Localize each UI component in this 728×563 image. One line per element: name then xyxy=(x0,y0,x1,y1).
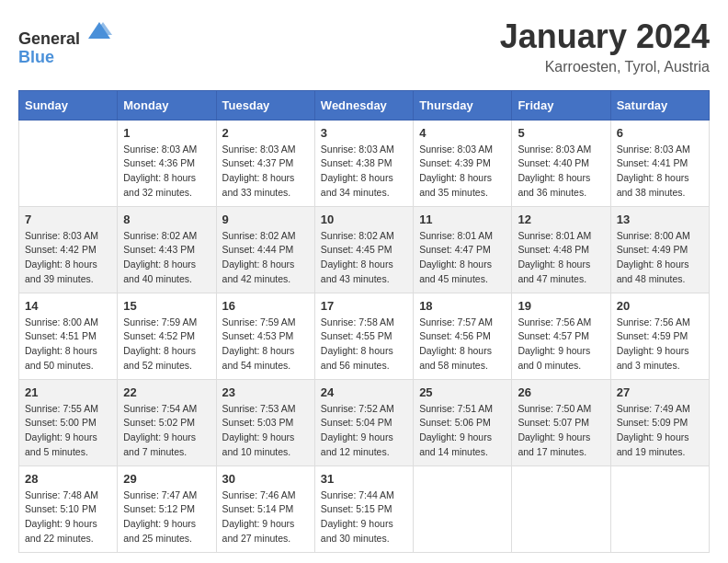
day-number: 29 xyxy=(123,472,210,486)
day-number: 13 xyxy=(617,213,703,226)
day-info: Sunrise: 7:54 AM Sunset: 5:02 PM Dayligh… xyxy=(123,402,210,460)
day-info: Sunrise: 8:03 AM Sunset: 4:37 PM Dayligh… xyxy=(222,143,309,201)
subtitle: Karroesten, Tyrol, Austria xyxy=(500,59,710,75)
day-info: Sunrise: 8:03 AM Sunset: 4:42 PM Dayligh… xyxy=(25,229,111,287)
day-cell: 13Sunrise: 8:00 AM Sunset: 4:49 PM Dayli… xyxy=(610,206,709,293)
day-info: Sunrise: 7:49 AM Sunset: 5:09 PM Dayligh… xyxy=(617,402,703,460)
day-cell: 8Sunrise: 8:02 AM Sunset: 4:43 PM Daylig… xyxy=(118,206,216,293)
day-cell: 9Sunrise: 8:02 AM Sunset: 4:44 PM Daylig… xyxy=(216,206,314,293)
week-row-3: 14Sunrise: 8:00 AM Sunset: 4:51 PM Dayli… xyxy=(19,293,710,379)
day-info: Sunrise: 8:01 AM Sunset: 4:48 PM Dayligh… xyxy=(518,229,604,287)
day-number: 7 xyxy=(25,213,111,226)
day-info: Sunrise: 7:59 AM Sunset: 4:53 PM Dayligh… xyxy=(222,316,309,373)
day-number: 18 xyxy=(419,299,506,313)
day-number: 25 xyxy=(419,385,506,399)
day-cell: 1Sunrise: 8:03 AM Sunset: 4:36 PM Daylig… xyxy=(118,120,216,206)
day-cell: 3Sunrise: 8:03 AM Sunset: 4:38 PM Daylig… xyxy=(314,120,413,206)
day-number: 20 xyxy=(617,299,703,313)
header-cell-saturday: Saturday xyxy=(610,90,709,120)
day-cell: 17Sunrise: 7:58 AM Sunset: 4:55 PM Dayli… xyxy=(314,293,413,379)
day-info: Sunrise: 8:00 AM Sunset: 4:51 PM Dayligh… xyxy=(25,316,111,373)
day-number: 16 xyxy=(222,299,309,313)
day-number: 26 xyxy=(518,385,604,399)
day-number: 21 xyxy=(25,385,111,399)
day-info: Sunrise: 7:44 AM Sunset: 5:15 PM Dayligh… xyxy=(321,488,407,546)
day-cell xyxy=(414,465,512,552)
day-number: 11 xyxy=(419,213,506,226)
day-info: Sunrise: 7:53 AM Sunset: 5:03 PM Dayligh… xyxy=(222,402,309,460)
day-cell: 29Sunrise: 7:47 AM Sunset: 5:12 PM Dayli… xyxy=(118,465,216,552)
day-number: 22 xyxy=(123,385,210,399)
day-cell: 22Sunrise: 7:54 AM Sunset: 5:02 PM Dayli… xyxy=(118,379,216,465)
day-number: 30 xyxy=(222,472,309,486)
day-number: 27 xyxy=(617,385,703,399)
day-cell: 2Sunrise: 8:03 AM Sunset: 4:37 PM Daylig… xyxy=(216,120,314,206)
header-cell-monday: Monday xyxy=(118,90,216,120)
day-cell: 28Sunrise: 7:48 AM Sunset: 5:10 PM Dayli… xyxy=(19,465,118,552)
day-number: 6 xyxy=(617,126,703,140)
day-cell: 27Sunrise: 7:49 AM Sunset: 5:09 PM Dayli… xyxy=(610,379,709,465)
title-section: January 2024 Karroesten, Tyrol, Austria xyxy=(500,18,710,75)
day-info: Sunrise: 8:02 AM Sunset: 4:43 PM Dayligh… xyxy=(123,229,210,287)
day-cell: 15Sunrise: 7:59 AM Sunset: 4:52 PM Dayli… xyxy=(118,293,216,379)
day-cell: 7Sunrise: 8:03 AM Sunset: 4:42 PM Daylig… xyxy=(19,206,118,293)
logo-general: General xyxy=(18,18,112,49)
day-cell: 14Sunrise: 8:00 AM Sunset: 4:51 PM Dayli… xyxy=(19,293,118,379)
day-info: Sunrise: 8:02 AM Sunset: 4:44 PM Dayligh… xyxy=(222,229,309,287)
day-cell: 30Sunrise: 7:46 AM Sunset: 5:14 PM Dayli… xyxy=(216,465,314,552)
day-number: 28 xyxy=(25,472,111,486)
day-info: Sunrise: 7:56 AM Sunset: 4:57 PM Dayligh… xyxy=(518,316,604,373)
day-info: Sunrise: 7:47 AM Sunset: 5:12 PM Dayligh… xyxy=(123,488,210,546)
header: General Blue January 2024 Karroesten, Ty… xyxy=(18,18,710,75)
week-row-1: 1Sunrise: 8:03 AM Sunset: 4:36 PM Daylig… xyxy=(19,120,710,206)
day-cell: 31Sunrise: 7:44 AM Sunset: 5:15 PM Dayli… xyxy=(314,465,413,552)
day-cell: 4Sunrise: 8:03 AM Sunset: 4:39 PM Daylig… xyxy=(414,120,512,206)
day-cell xyxy=(610,465,709,552)
day-number: 4 xyxy=(419,126,506,140)
day-info: Sunrise: 7:56 AM Sunset: 4:59 PM Dayligh… xyxy=(617,316,703,373)
logo-icon xyxy=(86,18,112,44)
day-info: Sunrise: 7:57 AM Sunset: 4:56 PM Dayligh… xyxy=(419,316,506,373)
day-info: Sunrise: 7:46 AM Sunset: 5:14 PM Dayligh… xyxy=(222,488,309,546)
day-cell: 5Sunrise: 8:03 AM Sunset: 4:40 PM Daylig… xyxy=(512,120,610,206)
day-number: 23 xyxy=(222,385,309,399)
calendar-table: SundayMondayTuesdayWednesdayThursdayFrid… xyxy=(18,90,710,553)
day-info: Sunrise: 8:03 AM Sunset: 4:36 PM Dayligh… xyxy=(123,143,210,201)
day-number: 3 xyxy=(321,126,407,140)
day-number: 10 xyxy=(321,213,407,226)
day-number: 15 xyxy=(123,299,210,313)
day-cell: 20Sunrise: 7:56 AM Sunset: 4:59 PM Dayli… xyxy=(610,293,709,379)
day-info: Sunrise: 8:03 AM Sunset: 4:41 PM Dayligh… xyxy=(617,143,703,201)
day-info: Sunrise: 8:01 AM Sunset: 4:47 PM Dayligh… xyxy=(419,229,506,287)
day-cell: 16Sunrise: 7:59 AM Sunset: 4:53 PM Dayli… xyxy=(216,293,314,379)
day-number: 8 xyxy=(123,213,210,226)
day-info: Sunrise: 7:48 AM Sunset: 5:10 PM Dayligh… xyxy=(25,488,111,546)
day-cell: 11Sunrise: 8:01 AM Sunset: 4:47 PM Dayli… xyxy=(414,206,512,293)
day-number: 9 xyxy=(222,213,309,226)
header-cell-tuesday: Tuesday xyxy=(216,90,314,120)
day-info: Sunrise: 7:58 AM Sunset: 4:55 PM Dayligh… xyxy=(321,316,407,373)
day-number: 31 xyxy=(321,472,407,486)
logo: General Blue xyxy=(18,18,112,67)
day-cell: 23Sunrise: 7:53 AM Sunset: 5:03 PM Dayli… xyxy=(216,379,314,465)
day-info: Sunrise: 7:55 AM Sunset: 5:00 PM Dayligh… xyxy=(25,402,111,460)
day-info: Sunrise: 8:03 AM Sunset: 4:39 PM Dayligh… xyxy=(419,143,506,201)
header-cell-wednesday: Wednesday xyxy=(314,90,413,120)
week-row-4: 21Sunrise: 7:55 AM Sunset: 5:00 PM Dayli… xyxy=(19,379,710,465)
day-info: Sunrise: 7:50 AM Sunset: 5:07 PM Dayligh… xyxy=(518,402,604,460)
day-cell xyxy=(512,465,610,552)
day-cell: 19Sunrise: 7:56 AM Sunset: 4:57 PM Dayli… xyxy=(512,293,610,379)
day-number: 5 xyxy=(518,126,604,140)
header-cell-sunday: Sunday xyxy=(19,90,118,120)
day-cell: 26Sunrise: 7:50 AM Sunset: 5:07 PM Dayli… xyxy=(512,379,610,465)
day-info: Sunrise: 7:51 AM Sunset: 5:06 PM Dayligh… xyxy=(419,402,506,460)
day-cell: 24Sunrise: 7:52 AM Sunset: 5:04 PM Dayli… xyxy=(314,379,413,465)
day-cell: 10Sunrise: 8:02 AM Sunset: 4:45 PM Dayli… xyxy=(314,206,413,293)
day-info: Sunrise: 7:52 AM Sunset: 5:04 PM Dayligh… xyxy=(321,402,407,460)
week-row-2: 7Sunrise: 8:03 AM Sunset: 4:42 PM Daylig… xyxy=(19,206,710,293)
header-cell-friday: Friday xyxy=(512,90,610,120)
day-number: 17 xyxy=(321,299,407,313)
day-info: Sunrise: 8:03 AM Sunset: 4:38 PM Dayligh… xyxy=(321,143,407,201)
day-cell: 12Sunrise: 8:01 AM Sunset: 4:48 PM Dayli… xyxy=(512,206,610,293)
day-info: Sunrise: 7:59 AM Sunset: 4:52 PM Dayligh… xyxy=(123,316,210,373)
